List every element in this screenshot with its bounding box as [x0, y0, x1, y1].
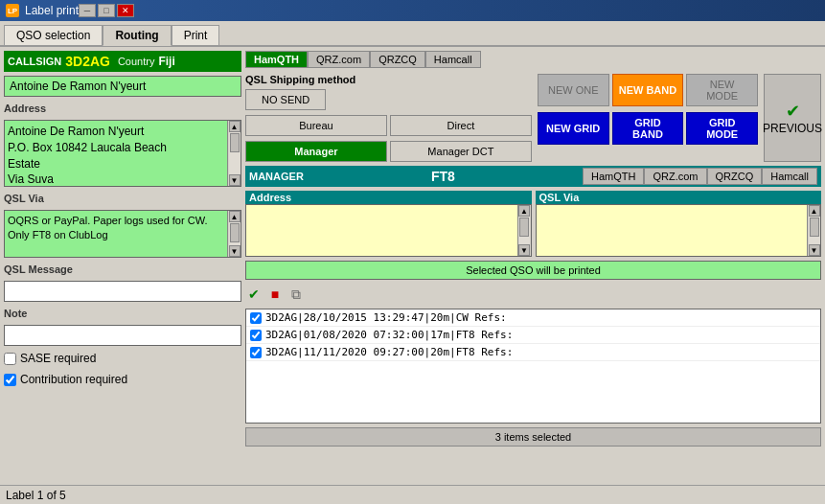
shipping-title: QSL Shipping method [245, 74, 532, 85]
mgr-tab-hamcall[interactable]: Hamcall [762, 168, 817, 185]
tab-qrzcq[interactable]: QRZCQ [370, 51, 425, 68]
close-button[interactable]: ✕ [117, 4, 134, 17]
maximize-button[interactable]: □ [98, 4, 115, 17]
qsl-via-box: OQRS or PayPal. Paper logs used for CW. … [4, 210, 241, 258]
manager-dct-button[interactable]: Manager DCT [390, 141, 532, 162]
qso-checkbox-2[interactable] [250, 330, 262, 341]
qso-text-2: 3D2AG|01/08/2020 07:32:00|17m|FT8 Refs: [265, 329, 513, 341]
tab-hamqth[interactable]: HamQTH [245, 51, 308, 68]
mgr-tab-qrz[interactable]: QRZ.com [644, 168, 706, 185]
sase-checkbox-row: SASE required [4, 350, 241, 367]
new-band-button[interactable]: NEW BAND [612, 74, 684, 106]
grid-band-button[interactable]: GRID BAND [612, 112, 684, 145]
grid-mode-button[interactable]: GRID MODE [686, 112, 758, 145]
contribution-checkbox[interactable] [4, 374, 16, 386]
addr-col-down[interactable]: ▼ [518, 244, 530, 256]
qslvia-column: QSL Via ▲ ▼ [536, 191, 822, 257]
new-row-1: NEW ONE NEW BAND NEW MODE [538, 74, 758, 106]
no-send-button[interactable]: NO SEND [245, 89, 326, 110]
minimize-button[interactable]: ─ [79, 4, 96, 17]
qsl-via-text: OQRS or PayPal. Paper logs used for CW. … [8, 214, 238, 243]
red-square-icon[interactable]: ■ [266, 286, 284, 303]
new-mode-button[interactable]: NEW MODE [686, 74, 758, 106]
shipping-section: QSL Shipping method NO SEND Bureau Direc… [245, 74, 532, 162]
address-text: Antoine De Ramon N'yeurt P.O. Box 10842 … [8, 124, 238, 187]
new-grid-button[interactable]: NEW GRID [538, 112, 609, 145]
address-column-box: ▲ ▼ [245, 204, 532, 257]
qso-text-3: 3D2AG|11/11/2020 09:27:00|20m|FT8 Refs: [265, 346, 513, 358]
action-icons-row: ✔ ■ ⧉ [245, 284, 821, 305]
qslvia-col-header: QSL Via [536, 191, 822, 204]
note-label: Note [4, 306, 241, 321]
previous-checkmark: ✔ [786, 101, 800, 122]
tab-routing[interactable]: Routing [103, 25, 171, 46]
right-panel: HamQTH QRZ.com QRZCQ Hamcall QSL Shippin… [245, 51, 821, 481]
manager-button[interactable]: Manager [245, 141, 387, 162]
shipping-row-1: NO SEND [245, 89, 532, 110]
green-check-icon[interactable]: ✔ [245, 286, 263, 303]
address-scrollbar[interactable]: ▲ ▼ [227, 121, 241, 186]
qslvia-column-box: ▲ ▼ [536, 204, 822, 257]
sase-label: SASE required [20, 352, 96, 365]
qslvia-col-scrollbar[interactable]: ▲ ▼ [807, 205, 820, 256]
titlebar: LP Label print ─ □ ✕ [0, 0, 825, 21]
qso-item-1: 3D2AG|28/10/2015 13:29:47|20m|CW Refs: [246, 309, 820, 327]
new-one-button[interactable]: NEW ONE [538, 74, 609, 106]
address-column: Address ▲ ▼ [245, 191, 532, 257]
sase-checkbox[interactable] [4, 353, 16, 365]
qslvia-col-down[interactable]: ▼ [809, 244, 820, 256]
previous-button[interactable]: ✔ PREVIOUS [764, 74, 821, 162]
tab-print[interactable]: Print [172, 25, 220, 45]
qsl-message-input[interactable] [4, 281, 241, 302]
callsign-row: CALLSIGN 3D2AG Country Fiji [4, 51, 241, 72]
main-window: QSO selection Routing Print CALLSIGN 3D2… [0, 21, 825, 504]
name-field[interactable] [4, 76, 241, 97]
address-col-scrollbar[interactable]: ▲ ▼ [517, 205, 531, 256]
titlebar-icon: LP [6, 4, 19, 17]
left-panel: CALLSIGN 3D2AG Country Fiji Address Anto… [4, 51, 241, 481]
titlebar-title: Label print [25, 4, 79, 17]
qso-item-2: 3D2AG|01/08/2020 07:32:00|17m|FT8 Refs: [246, 327, 820, 344]
address-box: Antoine De Ramon N'yeurt P.O. Box 10842 … [4, 120, 241, 187]
contribution-label: Contribution required [20, 373, 127, 386]
data-tabs-row: HamQTH QRZ.com QRZCQ Hamcall [245, 51, 821, 68]
note-input[interactable] [4, 325, 241, 346]
content-area: CALLSIGN 3D2AG Country Fiji Address Anto… [0, 47, 825, 485]
qso-checkbox-1[interactable] [250, 312, 262, 324]
addr-col-up[interactable]: ▲ [518, 205, 530, 217]
mgr-tab-hamqth[interactable]: HamQTH [583, 168, 644, 185]
contribution-checkbox-row: Contribution required [4, 371, 241, 388]
country-value: Fiji [158, 55, 174, 68]
tab-qrz[interactable]: QRZ.com [308, 51, 370, 68]
copy-icon[interactable]: ⧉ [287, 286, 305, 303]
callsign-value: 3D2AG [65, 54, 110, 69]
bureau-button[interactable]: Bureau [245, 115, 387, 136]
manager-value: FT8 [308, 169, 579, 184]
country-label: Country [118, 56, 155, 67]
previous-label: PREVIOUS [763, 122, 822, 135]
qslvia-scroll-down[interactable]: ▼ [229, 245, 241, 257]
tab-qso-selection[interactable]: QSO selection [4, 25, 103, 45]
manager-bar: MANAGER FT8 HamQTH QRZ.com QRZCQ Hamcall [245, 166, 821, 187]
statusbar: Label 1 of 5 [0, 485, 825, 504]
qso-checkbox-3[interactable] [250, 347, 262, 358]
top-right-area: HamQTH QRZ.com QRZCQ Hamcall QSL Shippin… [245, 51, 821, 162]
manager-label: MANAGER [249, 171, 304, 182]
tab-hamcall[interactable]: Hamcall [425, 51, 481, 68]
scroll-up-arrow[interactable]: ▲ [229, 121, 241, 132]
shipping-row-3: Manager Manager DCT [245, 141, 532, 162]
status-message: Selected QSO will be printed [245, 261, 821, 280]
new-buttons-section: NEW ONE NEW BAND NEW MODE NEW GRID GRID … [538, 74, 758, 162]
qslvia-scroll-up[interactable]: ▲ [229, 211, 241, 222]
direct-button[interactable]: Direct [390, 115, 532, 136]
qso-text-1: 3D2AG|28/10/2015 13:29:47|20m|CW Refs: [265, 311, 507, 324]
qso-list: 3D2AG|28/10/2015 13:29:47|20m|CW Refs: 3… [245, 309, 821, 424]
selected-count: 3 items selected [245, 427, 821, 447]
mgr-tab-qrzcq[interactable]: QRZCQ [707, 168, 763, 185]
shipping-buttons: NO SEND Bureau Direct Manager Manager DC… [245, 89, 532, 162]
statusbar-label: Label 1 of 5 [6, 489, 66, 502]
scroll-down-arrow[interactable]: ▼ [229, 174, 241, 186]
menu-tabs: QSO selection Routing Print [0, 21, 825, 47]
qslvia-scrollbar[interactable]: ▲ ▼ [227, 211, 241, 257]
qslvia-col-up[interactable]: ▲ [809, 205, 820, 217]
